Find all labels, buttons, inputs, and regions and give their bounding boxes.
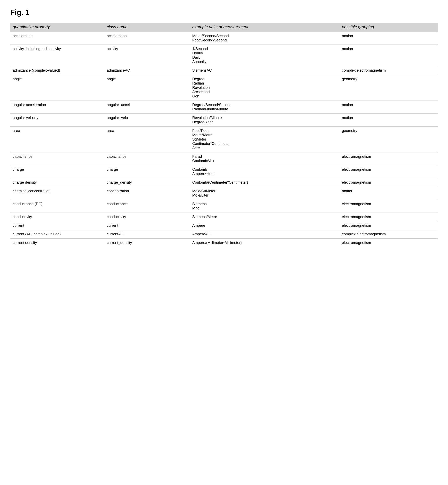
table-row: areaareaFoot*FootMetre*MetreSqMeterCenti… bbox=[10, 127, 438, 152]
unit-item: Foot*Foot bbox=[192, 129, 337, 133]
table-row: charge densitycharge_densityCoulomb/(Cen… bbox=[10, 178, 438, 187]
cell-grouping: motion bbox=[339, 114, 438, 127]
unit-item: Siemens/Metre bbox=[192, 215, 337, 219]
cell-grouping: geometry bbox=[339, 75, 438, 101]
cell-property: angular acceleration bbox=[10, 101, 104, 114]
cell-grouping: electromagnetism bbox=[339, 178, 438, 187]
properties-table: quantitative property class name example… bbox=[10, 23, 438, 247]
cell-property: charge density bbox=[10, 178, 104, 187]
cell-classname: admittanceAC bbox=[104, 66, 190, 75]
cell-units: DegreeRadianRevolutionArcsecondGon bbox=[190, 75, 340, 101]
cell-grouping: electromagnetism bbox=[339, 238, 438, 247]
table-row: angleangleDegreeRadianRevolutionArcsecon… bbox=[10, 75, 438, 101]
figure-title: Fig. 1 bbox=[10, 8, 438, 17]
cell-property: angular velocity bbox=[10, 114, 104, 127]
unit-item: Coulomb bbox=[192, 167, 337, 172]
unit-item: Ampere/(Millimeter*Millimeter) bbox=[192, 241, 337, 245]
cell-classname: angular_velo bbox=[104, 114, 190, 127]
unit-item: Acre bbox=[192, 146, 337, 150]
table-row: angular velocityangular_veloRevolution/M… bbox=[10, 114, 438, 127]
cell-units: FaradCoulomb/Volt bbox=[190, 152, 340, 165]
cell-property: conductance (DC) bbox=[10, 200, 104, 213]
cell-grouping: matter bbox=[339, 187, 438, 200]
unit-item: Radian/Minute/Minute bbox=[192, 107, 337, 111]
unit-item: Ampere*Hour bbox=[192, 172, 337, 176]
cell-classname: capacitance bbox=[104, 152, 190, 165]
table-row: current densitycurrent_densityAmpere/(Mi… bbox=[10, 238, 438, 247]
cell-grouping: motion bbox=[339, 32, 438, 45]
cell-classname: charge bbox=[104, 165, 190, 178]
table-row: accelerationaccelerationMeter/Second/Sec… bbox=[10, 32, 438, 45]
header-units: example units of measurement bbox=[190, 23, 340, 32]
table-header-row: quantitative property class name example… bbox=[10, 23, 438, 32]
cell-classname: activity bbox=[104, 45, 190, 66]
unit-item: Siemens bbox=[192, 202, 337, 206]
unit-item: Arcsecond bbox=[192, 90, 337, 94]
table-row: currentcurrentAmpereelectromagnetism bbox=[10, 221, 438, 230]
unit-item: Centimeter*Centimeter bbox=[192, 141, 337, 146]
cell-grouping: electromagnetism bbox=[339, 213, 438, 221]
cell-grouping: electromagnetism bbox=[339, 200, 438, 213]
cell-property: conductivity bbox=[10, 213, 104, 221]
cell-classname: angular_accel bbox=[104, 101, 190, 114]
cell-classname: concentration bbox=[104, 187, 190, 200]
unit-item: 1/Second bbox=[192, 47, 337, 51]
cell-property: admittance (complex-valued) bbox=[10, 66, 104, 75]
cell-units: Foot*FootMetre*MetreSqMeterCentimeter*Ce… bbox=[190, 127, 340, 152]
cell-units: SiemensMho bbox=[190, 200, 340, 213]
unit-item: Farad bbox=[192, 155, 337, 159]
unit-item: Meter/Second/Second bbox=[192, 34, 337, 38]
cell-grouping: complex electromagnetism bbox=[339, 230, 438, 238]
table-row: current (AC, complex-valued)currentACAmp… bbox=[10, 230, 438, 238]
cell-classname: conductivity bbox=[104, 213, 190, 221]
table-row: activity, including radioactivityactivit… bbox=[10, 45, 438, 66]
unit-item: Annually bbox=[192, 60, 337, 64]
header-grouping: possible grouping bbox=[339, 23, 438, 32]
unit-item: Degree bbox=[192, 77, 337, 81]
table-row: conductivityconductivitySiemens/Metreele… bbox=[10, 213, 438, 221]
unit-item: Coulomb/Volt bbox=[192, 159, 337, 163]
cell-classname: current bbox=[104, 221, 190, 230]
unit-item: Mho bbox=[192, 206, 337, 211]
cell-units: Coulomb/(Centimeter*Centimeter) bbox=[190, 178, 340, 187]
cell-property: area bbox=[10, 127, 104, 152]
cell-classname: currentAC bbox=[104, 230, 190, 238]
cell-units: Mole/CuMeterMole/Liter bbox=[190, 187, 340, 200]
table-row: admittance (complex-valued)admittanceACS… bbox=[10, 66, 438, 75]
cell-units: AmpereAC bbox=[190, 230, 340, 238]
unit-item: Revolution bbox=[192, 86, 337, 90]
unit-item: AmpereAC bbox=[192, 232, 337, 236]
cell-units: Degree/Second/SecondRadian/Minute/Minute bbox=[190, 101, 340, 114]
cell-property: current (AC, complex-valued) bbox=[10, 230, 104, 238]
unit-item: Daily bbox=[192, 55, 337, 60]
table-row: capacitancecapacitanceFaradCoulomb/Volte… bbox=[10, 152, 438, 165]
cell-property: charge bbox=[10, 165, 104, 178]
cell-units: 1/SecondHourlyDailyAnnually bbox=[190, 45, 340, 66]
page-container: Fig. 1 quantitative property class name … bbox=[10, 8, 438, 247]
cell-classname: charge_density bbox=[104, 178, 190, 187]
cell-property: current density bbox=[10, 238, 104, 247]
cell-grouping: electromagnetism bbox=[339, 221, 438, 230]
cell-property: capacitance bbox=[10, 152, 104, 165]
cell-classname: area bbox=[104, 127, 190, 152]
unit-item: Degree/Second/Second bbox=[192, 103, 337, 107]
cell-property: angle bbox=[10, 75, 104, 101]
cell-units: SiemensAC bbox=[190, 66, 340, 75]
cell-grouping: complex electromagnetism bbox=[339, 66, 438, 75]
cell-property: activity, including radioactivity bbox=[10, 45, 104, 66]
table-row: angular accelerationangular_accelDegree/… bbox=[10, 101, 438, 114]
unit-item: Gon bbox=[192, 94, 337, 99]
unit-item: Foot/Second/Second bbox=[192, 38, 337, 42]
cell-property: current bbox=[10, 221, 104, 230]
cell-property: chemical concentration bbox=[10, 187, 104, 200]
cell-classname: angle bbox=[104, 75, 190, 101]
unit-item: Radian bbox=[192, 81, 337, 86]
unit-item: Revolution/Minute bbox=[192, 116, 337, 120]
cell-grouping: electromagnetism bbox=[339, 152, 438, 165]
cell-grouping: motion bbox=[339, 101, 438, 114]
header-classname: class name bbox=[104, 23, 190, 32]
unit-item: SiemensAC bbox=[192, 68, 337, 73]
unit-item: Metre*Metre bbox=[192, 133, 337, 137]
cell-classname: acceleration bbox=[104, 32, 190, 45]
cell-grouping: geometry bbox=[339, 127, 438, 152]
